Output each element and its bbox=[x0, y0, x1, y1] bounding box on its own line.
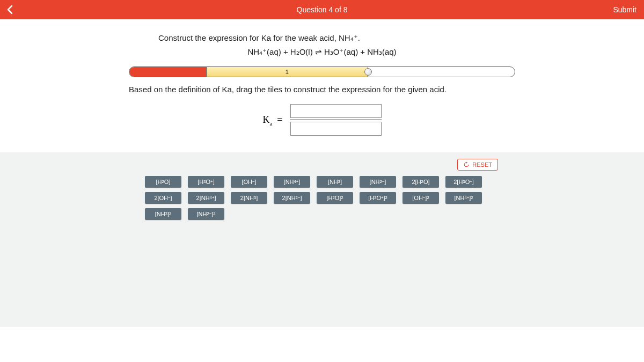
header: Question 4 of 8 Submit bbox=[0, 0, 644, 19]
reset-icon bbox=[463, 161, 470, 168]
tile[interactable]: [NH4+] bbox=[274, 176, 310, 188]
instruction-text: Based on the definition of Ka, drag the … bbox=[129, 85, 644, 94]
ka-label: Ka = bbox=[262, 114, 282, 125]
tile[interactable]: 2[NH3] bbox=[231, 192, 267, 204]
chevron-left-icon bbox=[6, 5, 13, 14]
tile[interactable]: [H3O+] bbox=[188, 176, 224, 188]
tile[interactable]: 2[H2O] bbox=[402, 176, 439, 188]
progress-knob[interactable] bbox=[364, 68, 372, 76]
tile[interactable]: 2[NH2−] bbox=[274, 192, 310, 204]
tiles-section: RESET [H2O][H3O+][OH−][NH4+][NH3][NH2−]2… bbox=[0, 152, 644, 327]
tile[interactable]: [H2O] bbox=[145, 176, 181, 188]
submit-button[interactable]: Submit bbox=[605, 0, 644, 19]
question-content: Construct the expression for Ka for the … bbox=[0, 19, 644, 136]
tile[interactable]: 2[NH4+] bbox=[188, 192, 224, 204]
tile[interactable]: [OH−]2 bbox=[402, 192, 439, 204]
tile[interactable]: [H2O]2 bbox=[317, 192, 353, 204]
tile[interactable]: [NH3] bbox=[317, 176, 353, 188]
tile[interactable]: 2[OH−] bbox=[145, 192, 181, 204]
reaction-equation: NH₄⁺(aq) + H₂O(l) ⇌ H₃O⁺(aq) + NH₃(aq) bbox=[0, 47, 644, 57]
reset-button[interactable]: RESET bbox=[457, 159, 498, 171]
tile[interactable]: [NH3]2 bbox=[145, 208, 181, 220]
progress-current: 1 bbox=[207, 67, 369, 77]
tile[interactable]: [OH−] bbox=[231, 176, 267, 188]
reset-label: RESET bbox=[472, 161, 492, 168]
progress-bar: 1 bbox=[129, 67, 515, 77]
progress-completed bbox=[129, 67, 207, 77]
tile[interactable]: [NH2−] bbox=[360, 176, 396, 188]
ka-expression: Ka = bbox=[0, 104, 644, 136]
back-button[interactable] bbox=[0, 0, 19, 19]
tile[interactable]: 2[H3O+] bbox=[445, 176, 482, 188]
denominator-drop[interactable] bbox=[290, 122, 382, 136]
fraction-bar bbox=[290, 120, 382, 120]
tile[interactable]: [NH4+]2 bbox=[445, 192, 482, 204]
tile[interactable]: [NH2−]2 bbox=[188, 208, 224, 220]
tile[interactable]: [H3O+]2 bbox=[360, 192, 396, 204]
numerator-drop[interactable] bbox=[290, 104, 382, 118]
fraction bbox=[290, 104, 382, 136]
prompt-text: Construct the expression for Ka for the … bbox=[158, 33, 644, 43]
tiles-grid: [H2O][H3O+][OH−][NH4+][NH3][NH2−]2[H2O]2… bbox=[145, 176, 499, 220]
question-counter: Question 4 of 8 bbox=[297, 5, 348, 14]
